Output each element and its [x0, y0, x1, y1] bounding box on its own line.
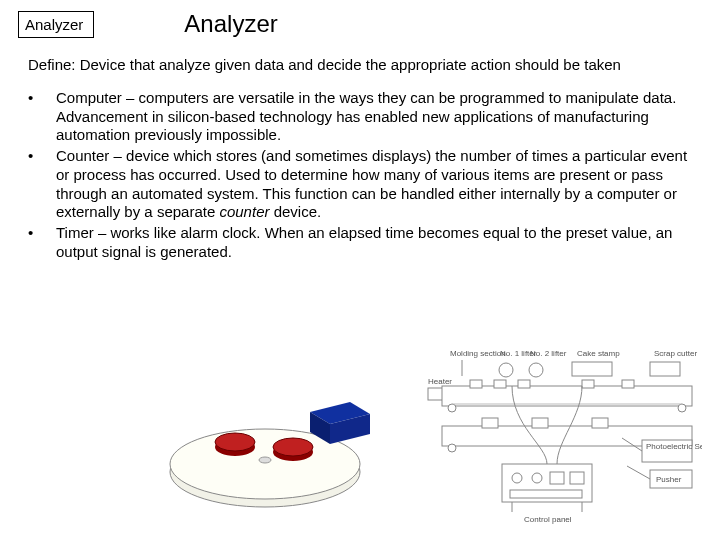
svg-point-18	[678, 404, 686, 412]
label-cakestamp: Cake stamp	[577, 349, 620, 358]
svg-rect-39	[570, 472, 584, 484]
definition-text: Define: Device that analyze given data a…	[28, 56, 692, 75]
slide-title: Analyzer	[184, 10, 277, 38]
bullet-text: Counter – device which stores (and somet…	[56, 147, 692, 222]
list-item: • Computer – computers are versatile in …	[28, 89, 692, 145]
list-item: • Timer – works like alarm clock. When a…	[28, 224, 692, 262]
label-heater: Heater	[428, 377, 452, 386]
label-molding: Molding section	[450, 349, 506, 358]
label-panel: Control panel	[524, 515, 572, 524]
svg-point-11	[499, 363, 513, 377]
svg-point-4	[215, 433, 255, 451]
bullet-marker: •	[28, 89, 56, 145]
svg-rect-14	[650, 362, 680, 376]
svg-point-12	[529, 363, 543, 377]
slide-header: Analyzer Analyzer	[18, 10, 702, 38]
svg-rect-30	[592, 418, 608, 428]
svg-point-2	[259, 457, 271, 463]
slide: Analyzer Analyzer Define: Device that an…	[0, 0, 720, 540]
svg-rect-28	[482, 418, 498, 428]
svg-rect-20	[494, 380, 506, 388]
svg-point-17	[448, 404, 456, 412]
turntable-figure	[155, 352, 385, 522]
svg-rect-21	[518, 380, 530, 388]
list-item: • Counter – device which stores (and som…	[28, 147, 692, 222]
svg-rect-19	[470, 380, 482, 388]
svg-rect-40	[510, 490, 582, 498]
label-no2: No. 2 lifter	[530, 349, 567, 358]
header-box-label: Analyzer	[18, 11, 94, 38]
bullet-text: Timer – works like alarm clock. When an …	[56, 224, 692, 262]
svg-line-34	[627, 466, 650, 479]
label-pusher: Pusher	[656, 475, 682, 484]
bullet-text: Computer – computers are versatile in th…	[56, 89, 692, 145]
svg-point-6	[273, 438, 313, 456]
svg-rect-13	[572, 362, 612, 376]
svg-rect-38	[550, 472, 564, 484]
bullet-marker: •	[28, 224, 56, 262]
bullet-marker: •	[28, 147, 56, 222]
svg-point-36	[512, 473, 522, 483]
svg-rect-23	[622, 380, 634, 388]
label-photo: Photoelectric Sensor	[646, 442, 702, 451]
svg-point-37	[532, 473, 542, 483]
svg-rect-22	[582, 380, 594, 388]
conveyor-diagram: Molding section No. 1 lifter No. 2 lifte…	[422, 346, 702, 526]
bullet-list: • Computer – computers are versatile in …	[28, 89, 692, 262]
label-scrap: Scrap cutter	[654, 349, 697, 358]
figures-area: Molding section No. 1 lifter No. 2 lifte…	[0, 352, 720, 532]
svg-point-26	[448, 444, 456, 452]
svg-rect-29	[532, 418, 548, 428]
svg-rect-16	[442, 386, 692, 406]
